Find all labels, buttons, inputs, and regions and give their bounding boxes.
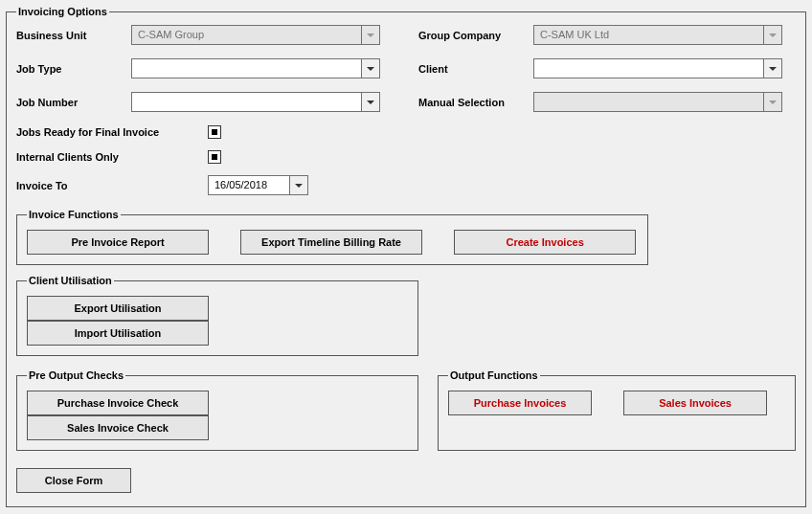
- business-unit-dropdown-button: [361, 25, 380, 45]
- invoice-to-label: Invoice To: [16, 180, 208, 191]
- client-dropdown-button[interactable]: [763, 58, 782, 78]
- client-value[interactable]: [533, 58, 763, 78]
- job-type-dropdown-button[interactable]: [361, 58, 380, 78]
- chevron-down-icon: [769, 34, 777, 37]
- business-unit-combo: C-SAM Group: [131, 25, 380, 45]
- client-utilisation-legend: Client Utilisation: [27, 275, 114, 286]
- group-company-dropdown-button: [763, 25, 782, 45]
- pre-invoice-report-button[interactable]: Pre Invoice Report: [27, 230, 209, 255]
- invoice-functions-group: Invoice Functions Pre Invoice Report Exp…: [16, 209, 648, 265]
- chevron-down-icon: [769, 67, 777, 71]
- export-utilisation-button[interactable]: Export Utilisation: [27, 296, 209, 321]
- job-type-label: Job Type: [16, 63, 131, 75]
- pre-output-legend: Pre Output Checks: [27, 369, 125, 381]
- invoice-functions-legend: Invoice Functions: [27, 209, 121, 220]
- invoice-to-value[interactable]: 16/05/2018: [208, 175, 289, 195]
- chevron-down-icon: [367, 101, 374, 104]
- pre-output-checks-group: Pre Output Checks Purchase Invoice Check…: [16, 369, 418, 451]
- chevron-down-icon: [295, 184, 303, 188]
- checkbox-mark-icon: [212, 129, 217, 135]
- import-utilisation-button[interactable]: Import Utilisation: [27, 321, 209, 346]
- internal-clients-label: Internal Clients Only: [16, 151, 208, 163]
- job-type-combo[interactable]: [131, 58, 380, 78]
- business-unit-label: Business Unit: [16, 30, 131, 41]
- group-company-combo: C-SAM UK Ltd: [533, 25, 782, 45]
- export-timeline-button[interactable]: Export Timeline Billing Rate: [240, 230, 422, 255]
- invoicing-options-legend: Invoicing Options: [16, 6, 109, 17]
- job-type-value[interactable]: [131, 58, 361, 78]
- purchase-invoice-check-button[interactable]: Purchase Invoice Check: [27, 391, 209, 415]
- business-unit-value: C-SAM Group: [131, 25, 361, 45]
- checkbox-mark-icon: [212, 154, 217, 160]
- invoicing-options-group: Invoicing Options Business Unit C-SAM Gr…: [6, 6, 806, 507]
- job-number-label: Job Number: [16, 97, 131, 108]
- chevron-down-icon: [367, 34, 374, 37]
- internal-clients-checkbox[interactable]: [208, 150, 221, 164]
- sales-invoice-check-button[interactable]: Sales Invoice Check: [27, 415, 209, 440]
- manual-selection-label: Manual Selection: [418, 97, 533, 108]
- invoice-to-date[interactable]: 16/05/2018: [208, 175, 308, 195]
- output-functions-group: Output Functions Purchase Invoices Sales…: [438, 369, 796, 451]
- job-number-value[interactable]: [131, 92, 361, 112]
- client-utilisation-group: Client Utilisation Export Utilisation Im…: [16, 275, 418, 356]
- jobs-ready-label: Jobs Ready for Final Invoice: [16, 126, 208, 138]
- jobs-ready-checkbox[interactable]: [208, 125, 221, 139]
- chevron-down-icon: [367, 67, 374, 71]
- close-form-button[interactable]: Close Form: [16, 468, 131, 493]
- client-label: Client: [418, 63, 533, 75]
- manual-selection-dropdown-button: [763, 92, 782, 112]
- manual-selection-combo: [533, 92, 782, 112]
- job-number-combo[interactable]: [131, 92, 380, 112]
- job-number-dropdown-button[interactable]: [361, 92, 380, 112]
- chevron-down-icon: [769, 101, 777, 104]
- invoice-to-dropdown-button[interactable]: [289, 175, 308, 195]
- client-combo[interactable]: [533, 58, 782, 78]
- output-functions-legend: Output Functions: [448, 369, 540, 381]
- manual-selection-value: [533, 92, 763, 112]
- purchase-invoices-button[interactable]: Purchase Invoices: [448, 391, 592, 415]
- create-invoices-button[interactable]: Create Invoices: [454, 230, 636, 255]
- sales-invoices-button[interactable]: Sales Invoices: [623, 391, 767, 415]
- group-company-value: C-SAM UK Ltd: [533, 25, 763, 45]
- group-company-label: Group Company: [418, 30, 533, 41]
